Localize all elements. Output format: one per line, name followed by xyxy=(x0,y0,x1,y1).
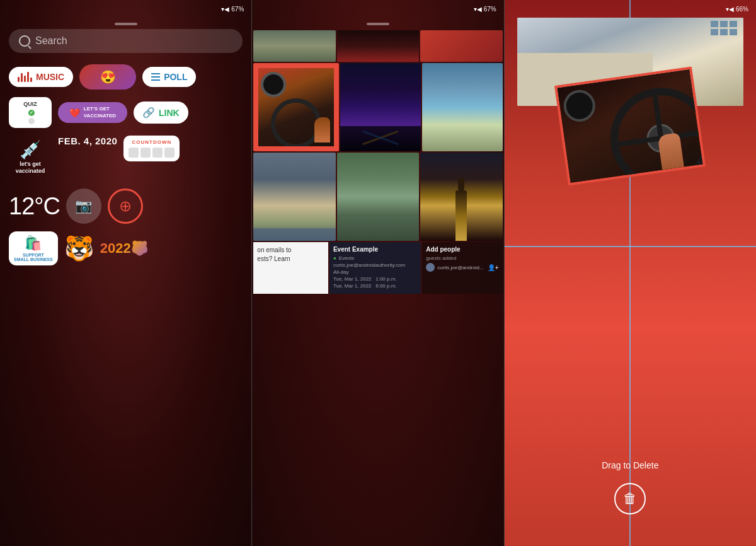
photo-building-street[interactable] xyxy=(253,153,335,241)
photo-car-interior[interactable] xyxy=(253,63,339,151)
email-text: on emails toests? Learn xyxy=(257,246,324,264)
event-organizer: curtis.joe@androidauthority.com xyxy=(333,262,417,268)
status-icons-2: ▾◀ 67% xyxy=(474,6,496,13)
sticker-picker-panel: ▾◀ 67% Search MUSIC 😍 xyxy=(0,0,252,546)
search-icon xyxy=(19,35,30,47)
drag-to-delete-panel: ▾◀ 66% xyxy=(505,0,756,546)
photo-email-partial: on emails toests? Learn xyxy=(253,242,328,294)
calendar-dot: ● xyxy=(333,255,336,261)
sticker-add-more[interactable]: ⊕ xyxy=(108,189,143,224)
sticker-2022[interactable]: 2022🐯 xyxy=(100,240,148,257)
dragged-photo-image xyxy=(554,66,706,185)
support-label: SUPPORTSMALL BUSINESS xyxy=(14,253,53,262)
photo-concert[interactable] xyxy=(340,63,421,151)
poll-lines-icon xyxy=(151,73,160,81)
syringe-icon: 💉 xyxy=(20,139,42,161)
bag-icon: 🛍️ xyxy=(25,235,42,252)
music-label: MUSIC xyxy=(36,72,64,82)
add-icon: ⊕ xyxy=(119,197,132,215)
music-bars-icon xyxy=(18,72,32,82)
crosshair-horizontal xyxy=(505,246,756,247)
event-date1: Tue, Mar 1, 2022 1:00 p.m. xyxy=(333,276,417,282)
photo-add-people: Add people guests added curtis.joe@andro… xyxy=(422,242,502,294)
status-icons-1: ▾◀ 67% xyxy=(221,6,244,13)
photo-wine-bottle[interactable] xyxy=(420,153,502,241)
photo-event-card: Event Example ● Events curtis.joe@androi… xyxy=(329,242,421,294)
link-label: LINK xyxy=(159,108,180,118)
sticker-quiz[interactable]: QUIZ ✓ xyxy=(9,97,52,128)
sticker-vaccine[interactable]: ❤️ LET'S GETVACCINATED xyxy=(58,102,127,123)
event-calendar: ● Events xyxy=(333,255,417,261)
add-people-title: Add people xyxy=(426,246,498,253)
photo-row-1 xyxy=(253,63,502,151)
sticker-music[interactable]: MUSIC xyxy=(9,67,73,87)
quiz-check: ✓ xyxy=(28,110,35,116)
add-people-avatar xyxy=(426,263,435,272)
sticker-temperature[interactable]: 12°C xyxy=(9,193,60,220)
sticker-emoji[interactable]: 😍 xyxy=(79,64,136,90)
signal-icon-2: ▾◀ xyxy=(474,6,482,13)
vaccine-large-label: let's getvaccinated xyxy=(16,161,45,175)
search-placeholder: Search xyxy=(35,35,67,47)
poll-label: POLL xyxy=(164,72,187,82)
sticker-row-3: 💉 let's getvaccinated FEB. 4, 2020 COUNT… xyxy=(9,136,243,178)
photo-top-3[interactable] xyxy=(420,30,502,62)
sticker-vaccine-large[interactable]: 💉 let's getvaccinated xyxy=(9,136,52,178)
countdown-boxes xyxy=(129,148,175,158)
event-title: Event Example xyxy=(333,246,417,253)
photo-top-1[interactable] xyxy=(253,30,335,62)
photo-bottom-row: on emails toests? Learn Event Example ● … xyxy=(253,242,502,294)
event-date2: Tue, Mar 1, 2022 6:00 p.m. xyxy=(333,283,417,289)
link-icon: 🔗 xyxy=(142,107,155,119)
sticker-row-1: MUSIC 😍 POLL xyxy=(9,64,243,90)
signal-icon: ▾◀ xyxy=(221,6,229,13)
sticker-link[interactable]: 🔗 LINK xyxy=(134,102,188,124)
vaccine-label: LET'S GETVACCINATED xyxy=(84,106,116,119)
photo-top-2[interactable] xyxy=(337,30,419,62)
sticker-support-small-business[interactable]: 🛍️ SUPPORTSMALL BUSINESS xyxy=(9,231,58,265)
add-people-name: curtis.joe@android... xyxy=(437,265,484,270)
date-label: FEB. 4, 2020 xyxy=(58,136,117,146)
quiz-label: QUIZ xyxy=(23,101,37,107)
sticker-grid: MUSIC 😍 POLL QUIZ ✓ xyxy=(0,62,251,268)
sticker-row-5: 🛍️ SUPPORTSMALL BUSINESS 🐯 2022🐯 xyxy=(9,231,243,265)
sticker-date[interactable]: FEB. 4, 2020 xyxy=(58,136,117,146)
add-person-icon[interactable]: 👤+ xyxy=(488,264,499,271)
sticker-camera[interactable]: 📷 xyxy=(66,189,101,224)
sticker-poll[interactable]: POLL xyxy=(142,67,196,87)
trash-icon: 🗑 xyxy=(623,491,637,507)
drag-to-delete-label: Drag to Delete xyxy=(602,460,658,470)
status-icons-3: ▾◀ 66% xyxy=(726,6,748,13)
countdown-label: COUNTDOWN xyxy=(132,139,172,145)
sticker-countdown[interactable]: COUNTDOWN xyxy=(123,136,180,161)
photo-field-landscape[interactable] xyxy=(422,63,503,151)
status-bar-2: ▾◀ 67% xyxy=(252,0,503,18)
event-allday: All-day xyxy=(333,269,417,275)
photo-gallery-panel: ▾◀ 67% xyxy=(252,0,504,546)
photo-grid: on emails toests? Learn Event Example ● … xyxy=(252,29,503,295)
add-people-subtitle: guests added xyxy=(426,255,498,261)
add-people-row: curtis.joe@android... 👤+ xyxy=(426,263,498,272)
dragged-photo[interactable] xyxy=(554,66,706,185)
status-bar-1: ▾◀ 67% xyxy=(0,0,251,18)
battery-text-2: 67% xyxy=(484,6,496,13)
battery-text-3: 66% xyxy=(736,6,748,13)
emoji-icon: 😍 xyxy=(100,69,116,84)
photo-row-top xyxy=(253,30,502,62)
sticker-row-2: QUIZ ✓ ❤️ LET'S GETVACCINATED 🔗 xyxy=(9,97,243,128)
photo-mountain-road[interactable] xyxy=(337,153,419,241)
trash-circle[interactable]: 🗑 xyxy=(614,483,646,514)
vaccine-heart-icon: ❤️ xyxy=(69,108,80,118)
quiz-bars: ✓ xyxy=(26,110,35,124)
drag-handle-1[interactable] xyxy=(115,23,137,25)
event-calendar-name: Events xyxy=(339,255,354,261)
search-bar[interactable]: Search xyxy=(9,29,243,53)
sticker-tiger[interactable]: 🐯 xyxy=(64,235,94,262)
battery-text-1: 67% xyxy=(231,6,244,13)
sticker-row-4: 12°C 📷 ⊕ xyxy=(9,189,243,224)
drag-handle-2[interactable] xyxy=(367,23,389,25)
camera-icon: 📷 xyxy=(75,198,92,214)
status-bar-3: ▾◀ 66% xyxy=(505,0,756,18)
signal-icon-3: ▾◀ xyxy=(726,6,734,13)
photo-row-2 xyxy=(253,153,502,241)
